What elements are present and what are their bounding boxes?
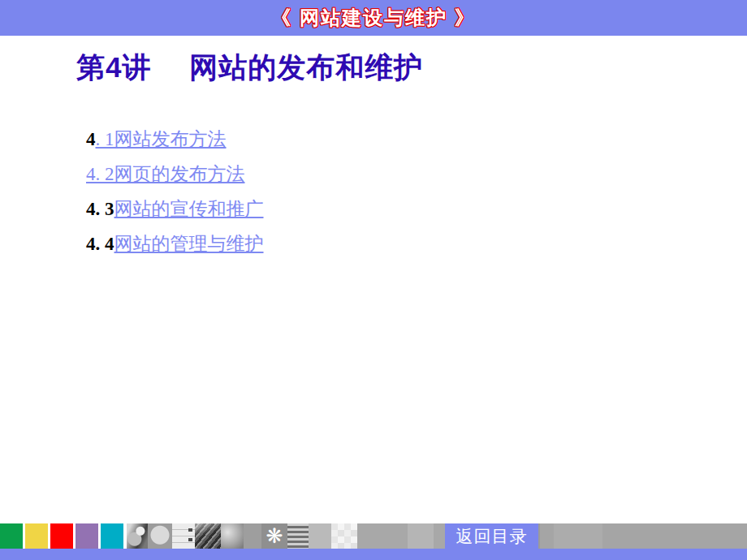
course-title: 《 网站建设与维护 》 bbox=[271, 5, 475, 31]
back-to-contents-button[interactable]: 返回目录 bbox=[445, 523, 538, 550]
color-square-red bbox=[50, 523, 73, 549]
page-title: 第4讲 网站的发布和维护 bbox=[76, 49, 423, 87]
photo-tile-keyboard bbox=[195, 523, 221, 549]
toc-link-webpage-publish-methods[interactable]: 4. 2网页的发布方法 bbox=[86, 164, 245, 184]
toc-item-prefix: 4 bbox=[86, 129, 96, 149]
toc-item-prefix: 4. 3 bbox=[86, 199, 114, 219]
color-square-teal bbox=[101, 523, 123, 549]
color-square-yellow bbox=[25, 523, 48, 549]
photo-tile-blinds bbox=[287, 523, 309, 549]
color-square-green bbox=[0, 523, 23, 549]
toc-item-4-1: 4. 1网站发布方法 bbox=[86, 122, 264, 157]
photo-tile-gray bbox=[357, 523, 408, 549]
toc-item-4-2: 4. 2网页的发布方法 bbox=[86, 157, 264, 192]
header-bar: 《 网站建设与维护 》 bbox=[0, 0, 747, 36]
toc-list: 4. 1网站发布方法 4. 2网页的发布方法 4. 3网站的宣传和推广 4. 4… bbox=[86, 122, 264, 261]
toc-link-website-publish-methods[interactable]: . 1网站发布方法 bbox=[96, 129, 227, 149]
starburst-icon: ❋ bbox=[261, 523, 287, 549]
photo-tile-circle bbox=[148, 523, 172, 549]
photo-tile-gray bbox=[244, 523, 261, 549]
color-square-purple bbox=[76, 523, 98, 549]
toc-item-prefix: 4. 4 bbox=[86, 234, 114, 254]
toc-link-website-promotion[interactable]: 网站的宣传和推广 bbox=[114, 199, 264, 219]
footer-bar bbox=[0, 549, 747, 560]
toc-item-4-4: 4. 4网站的管理与维护 bbox=[86, 226, 264, 261]
toc-link-website-management[interactable]: 网站的管理与维护 bbox=[114, 234, 264, 254]
photo-tile-smoke bbox=[221, 523, 244, 549]
photo-tile-gray bbox=[309, 523, 331, 549]
photo-tile-checker bbox=[331, 523, 357, 549]
footer-strip: ❋ bbox=[0, 523, 747, 549]
toc-item-4-3: 4. 3网站的宣传和推广 bbox=[86, 192, 264, 226]
photo-tile-gray bbox=[408, 523, 434, 549]
photo-tile-portrait bbox=[127, 523, 148, 549]
photo-tile-panel bbox=[172, 523, 195, 549]
